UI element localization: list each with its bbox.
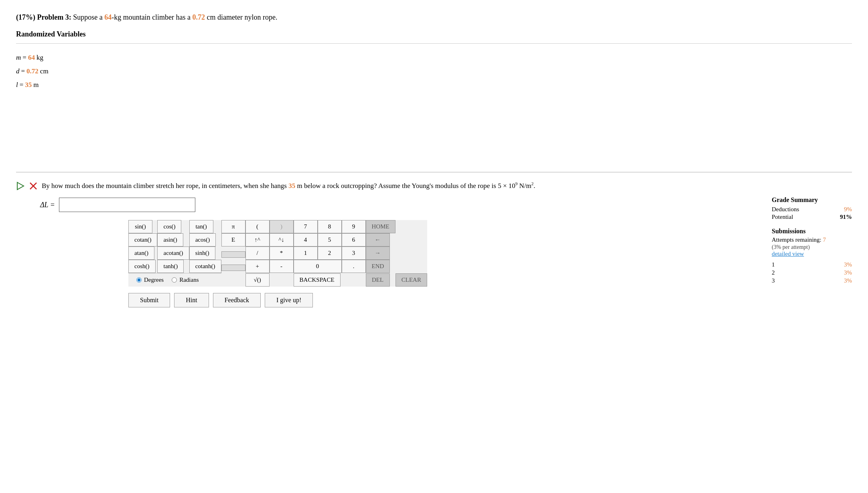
btn-sqrt[interactable]: √() (245, 273, 270, 287)
attempts-label: Attempts remaining: (772, 236, 821, 243)
btn-dot[interactable]: . (342, 260, 366, 273)
btn-cos[interactable]: cos() (157, 220, 181, 233)
grade-summary-title: Grade Summary (772, 196, 852, 204)
btn-clear[interactable]: CLEAR (395, 273, 427, 287)
btn-7[interactable]: 7 (294, 220, 318, 233)
submissions-title: Submissions (772, 228, 852, 235)
attempt-2-pct: 3% (844, 269, 852, 276)
submit-button[interactable]: Submit (128, 293, 170, 307)
var-m-val: 64 (28, 51, 35, 65)
detailed-view-link[interactable]: detailed view (772, 251, 852, 257)
section-title: Randomized Variables (16, 30, 852, 38)
btn-6[interactable]: 6 (342, 233, 366, 246)
degrees-label[interactable]: Degrees (136, 277, 164, 283)
btn-multiply[interactable]: * (270, 246, 294, 260)
calc-row-5: Degrees Radians √() BACKSPACE DEL CLEAR (128, 273, 427, 287)
question-section: By how much does the mountain climber st… (16, 172, 852, 307)
btn-cotan[interactable]: cotan() (128, 233, 157, 246)
btn-cosh[interactable]: cosh() (128, 260, 156, 273)
btn-8[interactable]: 8 (318, 220, 342, 233)
btn-divide[interactable]: / (245, 246, 270, 260)
btn-9[interactable]: 9 (342, 220, 366, 233)
answer-row: ΔL = (16, 198, 852, 212)
calc-row-3: atan() acotan() sinh() / * 1 2 3 → (128, 246, 427, 260)
var-d-unit: cm (40, 65, 49, 78)
var-l-unit: m (33, 78, 39, 92)
problem-desc-mid: -kg mountain climber has a (112, 13, 192, 21)
submissions-section: Submissions Attempts remaining: 7 (3% pe… (772, 228, 852, 284)
radians-text: Radians (179, 277, 199, 283)
answer-input[interactable] (59, 198, 195, 212)
attempt-1-pct: 3% (844, 261, 852, 268)
feedback-button[interactable]: Feedback (213, 293, 261, 307)
degrees-text: Degrees (144, 277, 164, 283)
question-row: By how much does the mountain climber st… (16, 180, 852, 191)
btn-end[interactable]: END (366, 260, 390, 273)
deductions-label: Deductions (772, 206, 799, 213)
btn-down-caret[interactable]: ^↓ (270, 233, 294, 246)
divider (16, 43, 852, 44)
var-m-line: m = 64 kg (16, 51, 852, 65)
x-icon (29, 182, 38, 190)
btn-5[interactable]: 5 (318, 233, 342, 246)
btn-tanh[interactable]: tanh() (157, 260, 184, 273)
page: (17%) Problem 3: Suppose a 64-kg mountai… (0, 0, 868, 493)
radians-radio[interactable] (172, 277, 177, 283)
calculator: sin() cos() tan() π ( ) 7 8 9 HOME cotan… (128, 220, 427, 287)
var-d-val: 0.72 (26, 65, 39, 78)
var-d-line: d = 0.72 cm (16, 65, 852, 78)
var-l-val: 35 (25, 78, 32, 92)
btn-home[interactable]: HOME (366, 220, 395, 233)
attempt-3-pct: 3% (844, 277, 852, 284)
play-icon (16, 182, 25, 190)
question-length: 35 (288, 182, 295, 190)
give-up-button[interactable]: I give up! (265, 293, 313, 307)
btn-empty-3 (221, 251, 245, 258)
btn-plus[interactable]: + (245, 260, 270, 273)
btn-minus[interactable]: - (270, 260, 294, 273)
btn-3[interactable]: 3 (342, 246, 366, 260)
btn-e[interactable]: E (221, 233, 245, 246)
problem-number: (17%) Problem 3: (16, 13, 71, 21)
mass-value: 64 (104, 13, 112, 21)
btn-atan[interactable]: atan() (128, 246, 154, 260)
action-buttons: Submit Hint Feedback I give up! (128, 293, 852, 307)
svg-marker-0 (17, 182, 24, 190)
btn-del[interactable]: DEL (366, 273, 390, 287)
btn-cotanh[interactable]: cotanh() (189, 260, 221, 273)
attempts-line: Attempts remaining: 7 (772, 236, 852, 243)
var-m-unit: kg (37, 51, 43, 65)
btn-0[interactable]: 0 (294, 260, 342, 273)
btn-acos[interactable]: acos() (189, 233, 216, 246)
potential-val: 91% (840, 214, 852, 220)
btn-4[interactable]: 4 (294, 233, 318, 246)
btn-up-caret[interactable]: ↑^ (245, 233, 270, 246)
answer-label: ΔL = (40, 201, 55, 209)
degrees-radio[interactable] (136, 277, 142, 283)
btn-sin[interactable]: sin() (128, 220, 152, 233)
deductions-val: 9% (844, 206, 852, 213)
hint-button[interactable]: Hint (174, 293, 209, 307)
btn-2[interactable]: 2 (318, 246, 342, 260)
btn-acotan[interactable]: acotan() (157, 246, 189, 260)
btn-pi[interactable]: π (221, 220, 245, 233)
attempt-row-2: 2 3% (772, 269, 852, 276)
var-l-eq: = (20, 78, 24, 92)
btn-tan[interactable]: tan() (189, 220, 213, 233)
var-m-label: m (16, 51, 21, 65)
degrees-radians-row: Degrees Radians (128, 273, 221, 287)
btn-backspace[interactable]: BACKSPACE (294, 273, 341, 287)
btn-backspace-arrow[interactable]: ← (366, 233, 390, 246)
btn-1[interactable]: 1 (294, 246, 318, 260)
var-m-eq: = (22, 51, 26, 65)
btn-close-paren[interactable]: ) (270, 220, 294, 233)
btn-forward-arrow[interactable]: → (366, 246, 390, 260)
attempt-1-num: 1 (772, 261, 775, 268)
var-l-line: l = 35 m (16, 78, 852, 92)
btn-open-paren[interactable]: ( (245, 220, 270, 233)
radians-label[interactable]: Radians (172, 277, 199, 283)
attempt-2-num: 2 (772, 269, 775, 276)
btn-sinh[interactable]: sinh() (189, 246, 215, 260)
btn-asin[interactable]: asin() (157, 233, 183, 246)
question-pre: By how much does the mountain climber st… (42, 182, 288, 190)
